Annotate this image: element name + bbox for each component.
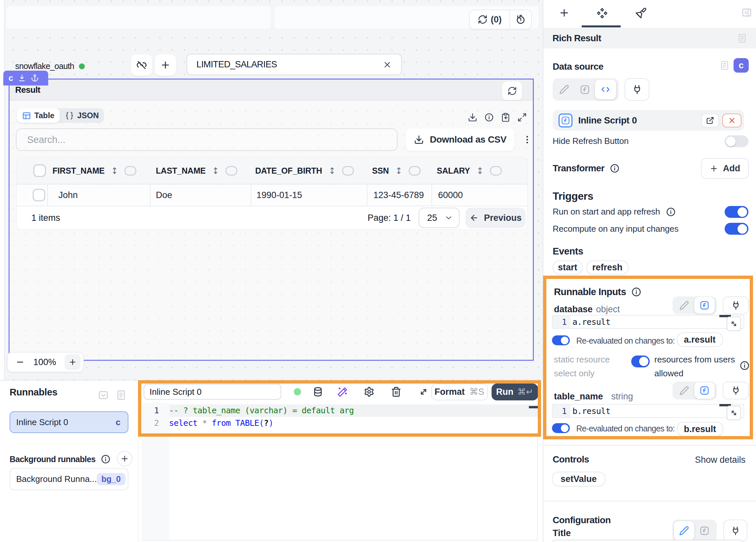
zoom-out-icon[interactable] xyxy=(16,357,25,367)
show-details-link[interactable]: Show details xyxy=(695,455,745,465)
table-name-input[interactable]: LIMITED_SALARIES xyxy=(187,54,402,75)
static-mode-button[interactable] xyxy=(674,297,694,313)
title-config-input[interactable] xyxy=(552,540,743,542)
search-input[interactable]: Search... xyxy=(16,128,397,151)
run-button[interactable]: Run ⌘↵ xyxy=(492,384,538,400)
column-header[interactable]: SSN xyxy=(372,166,389,176)
database-expr-input[interactable]: 1 a.result xyxy=(552,315,744,329)
connect-mode-button[interactable] xyxy=(723,520,747,542)
info-icon xyxy=(631,287,641,297)
expand-expr-icon[interactable] xyxy=(727,406,741,420)
row-checkbox[interactable] xyxy=(33,189,45,201)
template-mode-button[interactable] xyxy=(574,80,595,99)
reeval-toggle-table-name[interactable] xyxy=(552,423,570,433)
runnable-item-inline-script[interactable]: Inline Script 0 c xyxy=(10,411,128,433)
inspector-panel: Rich Result Data source c Inline Script … xyxy=(543,0,756,542)
settings-tab-icon[interactable] xyxy=(596,7,608,19)
table-name-expr-input[interactable]: 1 b.result xyxy=(552,404,744,418)
trash-icon[interactable] xyxy=(391,387,401,397)
sort-icon[interactable] xyxy=(211,166,220,175)
code-token-paren: ( xyxy=(259,418,264,428)
connect-mode-button[interactable] xyxy=(723,382,749,399)
table-row[interactable]: John Doe 1990-01-15 123-45-6789 60000 xyxy=(17,185,527,206)
run-on-start-toggle[interactable] xyxy=(725,206,748,218)
eval-mode-button[interactable] xyxy=(694,382,715,399)
detach-script-button[interactable] xyxy=(701,114,719,127)
static-mode-button[interactable] xyxy=(674,521,694,540)
download-icon[interactable] xyxy=(468,113,477,122)
eval-mode-button[interactable] xyxy=(595,80,616,99)
info-icon[interactable] xyxy=(484,113,494,122)
data-table: FIRST_NAME LAST_NAME DATE_OF_BIRTH xyxy=(17,157,527,229)
column-pin-toggle[interactable] xyxy=(490,166,502,176)
control-chip-setvalue[interactable]: setValue xyxy=(552,472,605,487)
doc-icon[interactable] xyxy=(737,33,747,44)
connect-mode-button[interactable] xyxy=(625,78,649,101)
reeval-toggle-database[interactable] xyxy=(552,335,570,345)
tab-json[interactable]: JSON xyxy=(60,108,104,123)
zoom-in-button[interactable] xyxy=(65,354,81,370)
template-mode-button[interactable] xyxy=(694,521,715,540)
triggers-title-label: Triggers xyxy=(553,190,593,202)
column-pin-toggle[interactable] xyxy=(225,166,237,176)
connect-mode-button[interactable] xyxy=(723,296,749,314)
expand-editor-icon[interactable] xyxy=(419,387,429,397)
sort-icon[interactable] xyxy=(475,166,485,175)
clear-input-icon[interactable] xyxy=(383,60,392,69)
copy-result-icon[interactable] xyxy=(501,113,510,122)
history-icon xyxy=(516,15,526,25)
doc-panel-icon[interactable] xyxy=(116,390,127,401)
app-history-button[interactable] xyxy=(510,10,531,29)
ai-wand-icon[interactable] xyxy=(337,387,348,397)
component-selection-pill[interactable]: c xyxy=(3,71,48,85)
column-pin-toggle[interactable] xyxy=(342,166,354,176)
static-mode-button[interactable] xyxy=(674,383,694,398)
sort-icon[interactable] xyxy=(110,166,119,175)
app-canvas[interactable]: (0) snowflake_oauth LIMITED_SALARIES c xyxy=(5,0,543,380)
tab-table[interactable]: Table xyxy=(17,108,60,123)
anchor-icon[interactable] xyxy=(31,74,39,82)
collapse-panel-icon[interactable] xyxy=(741,7,752,18)
add-table-button[interactable] xyxy=(155,54,176,76)
settings-gear-icon[interactable] xyxy=(364,387,374,397)
select-all-checkbox[interactable] xyxy=(33,164,46,177)
eval-mode-button[interactable] xyxy=(694,297,715,314)
dock-panel-icon[interactable] xyxy=(98,390,109,401)
background-runnables-label: Background runnables xyxy=(10,455,95,464)
runnable-item-background[interactable]: Background Runna... bg_0 xyxy=(10,468,128,490)
add-background-runnable-button[interactable] xyxy=(117,451,132,466)
format-button[interactable]: Format ⌘S xyxy=(431,384,488,400)
app-refresh-button[interactable]: (0) xyxy=(470,10,510,29)
component-refresh-button[interactable] xyxy=(502,82,522,100)
column-header[interactable]: DATE_OF_BIRTH xyxy=(255,166,322,176)
table-component[interactable]: Result Table JSON xyxy=(9,79,534,361)
table-menu-button[interactable] xyxy=(519,131,536,148)
connected-component-badge[interactable]: c xyxy=(734,58,749,73)
column-header[interactable]: LAST_NAME xyxy=(156,166,206,176)
hide-refresh-toggle[interactable] xyxy=(725,135,748,147)
database-icon[interactable] xyxy=(313,387,323,397)
script-name-input[interactable]: Inline Script 0 xyxy=(144,384,281,400)
sort-icon[interactable] xyxy=(327,166,337,175)
static-mode-button[interactable] xyxy=(554,80,574,99)
column-pin-toggle[interactable] xyxy=(409,166,421,176)
doc-icon[interactable] xyxy=(719,60,730,71)
expand-component-icon[interactable] xyxy=(18,74,26,82)
column-pin-toggle[interactable] xyxy=(124,166,136,176)
fullscreen-icon[interactable] xyxy=(517,113,527,122)
style-tab-icon[interactable] xyxy=(635,7,647,19)
unlink-button[interactable] xyxy=(131,54,152,76)
recompute-toggle[interactable] xyxy=(725,223,748,235)
expand-expr-icon[interactable] xyxy=(727,317,741,331)
delete-script-button[interactable] xyxy=(722,114,741,127)
resources-from-users-toggle[interactable] xyxy=(631,356,650,367)
previous-page-button[interactable]: Previous xyxy=(465,208,526,228)
insert-component-tab-icon[interactable] xyxy=(559,7,570,18)
download-csv-button[interactable]: Download as CSV xyxy=(406,128,514,151)
code-editor[interactable]: 1 2 -- ? table_name (varchar) = default … xyxy=(142,403,538,540)
page-size-select[interactable]: 25 xyxy=(419,208,460,228)
sort-icon[interactable] xyxy=(394,166,403,175)
column-header[interactable]: FIRST_NAME xyxy=(52,166,105,176)
column-header[interactable]: SALARY xyxy=(437,166,470,176)
add-transformer-button[interactable]: Add xyxy=(701,158,749,179)
